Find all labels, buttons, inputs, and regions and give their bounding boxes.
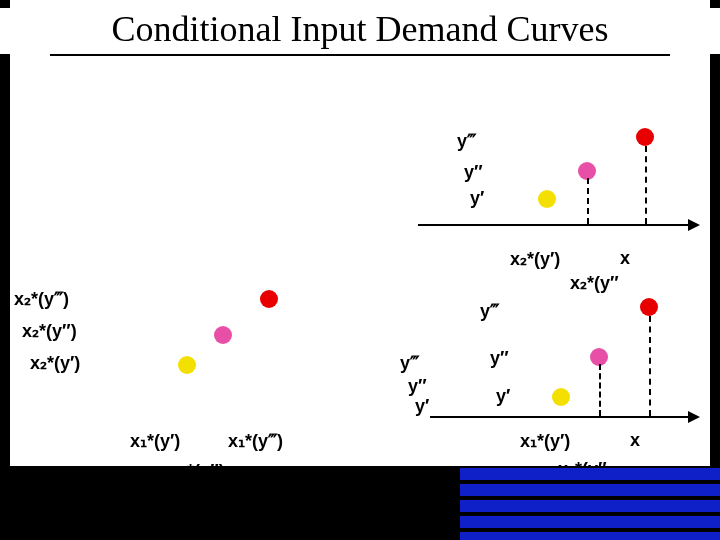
label-y3-top: y‴ <box>457 130 476 152</box>
page-title: Conditional Input Demand Curves <box>0 8 720 54</box>
label-c-y1a: y′ <box>415 396 429 417</box>
dot-y1-top <box>538 190 556 208</box>
axis-c <box>430 416 690 418</box>
label-x2y1-top: x₂*(y′) <box>510 248 560 270</box>
dot-c-y3 <box>640 298 658 316</box>
label-c-y1: y′ <box>496 386 510 407</box>
decorative-stripes <box>460 440 720 540</box>
dot-y1-left <box>178 356 196 374</box>
label-x2y1-left: x₂*(y′) <box>30 352 80 374</box>
label-x1y2-bot: x₁*(y″) <box>170 460 225 482</box>
axis-top <box>418 224 690 226</box>
dash-c-y3 <box>649 316 651 416</box>
label-y2-top: y″ <box>464 162 483 183</box>
label-x2y2-left: x₂*(y″) <box>22 320 77 342</box>
dot-c-y1 <box>552 388 570 406</box>
axis-c-arrow <box>688 411 700 423</box>
dash-c-y2 <box>599 364 601 416</box>
label-y1-top: y′ <box>470 188 484 209</box>
dot-y3-left <box>260 290 278 308</box>
label-c-y2: y″ <box>490 348 509 369</box>
label-x2y2-top: x₂*(y″ <box>570 272 619 294</box>
axis-top-arrow <box>688 219 700 231</box>
label-c-y2a: y″ <box>408 376 427 397</box>
label-c-y3a: y‴ <box>400 352 419 374</box>
label-c-y3: y‴ <box>480 300 499 322</box>
dot-y3-top <box>636 128 654 146</box>
label-x1y1-bot: x₁*(y′) <box>130 430 180 452</box>
dash-y2-top <box>587 178 589 224</box>
dash-y3-top <box>645 146 647 224</box>
dot-y2-left <box>214 326 232 344</box>
label-x2y3-left: x₂*(y‴) <box>14 288 69 310</box>
label-x-top: x <box>620 248 630 269</box>
title-underline <box>50 54 670 56</box>
label-x1y3-bot: x₁*(y‴) <box>228 430 283 452</box>
